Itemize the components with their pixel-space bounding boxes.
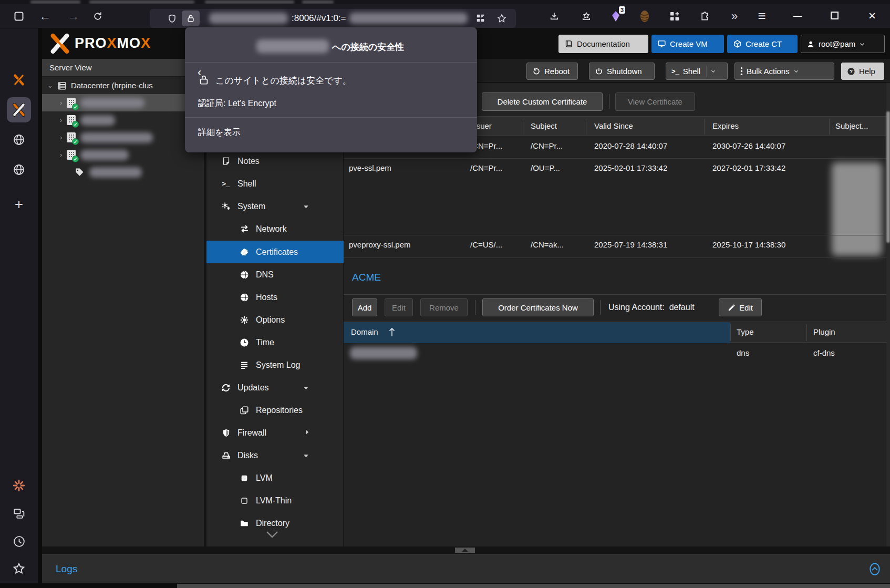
help-button[interactable]: ? Help — [841, 63, 884, 80]
new-tab-icon[interactable]: + — [12, 197, 26, 212]
column-subject[interactable]: Subject — [531, 121, 557, 130]
chevron-collapsed-icon[interactable]: › — [60, 116, 62, 124]
user-menu-button[interactable]: root@pam — [801, 35, 885, 53]
bulk-actions-button[interactable]: Bulk Actions — [734, 63, 834, 80]
column-plugin[interactable]: Plugin — [813, 327, 835, 336]
nav-item-options[interactable]: Options — [206, 308, 344, 331]
logs-splitter[interactable] — [42, 546, 890, 554]
tree-node-4[interactable]: › ✓ — [42, 146, 204, 163]
folder-icon — [240, 519, 249, 528]
chevron-collapsed-icon[interactable]: › — [60, 133, 62, 141]
overflow-chevrons-icon[interactable]: » — [727, 9, 742, 24]
tab-globe-icon[interactable] — [12, 132, 26, 147]
downloads-icon[interactable] — [547, 9, 562, 24]
column-expires[interactable]: Expires — [712, 121, 739, 130]
logs-bar[interactable]: Logs — [42, 554, 890, 583]
forward-icon[interactable]: → — [66, 9, 81, 23]
column-domain[interactable]: Domain — [344, 322, 730, 343]
chevron-collapsed-icon[interactable]: › — [60, 99, 62, 107]
extensions-puzzle-icon[interactable] — [698, 9, 712, 24]
scrollbar-thumb[interactable] — [886, 111, 890, 243]
power-icon — [595, 67, 603, 76]
collapse-arrow-icon[interactable] — [303, 385, 309, 391]
nav-item-system[interactable]: System — [206, 195, 344, 218]
chevron-expanded-icon[interactable]: ⌄ — [47, 81, 53, 89]
synced-devices-icon[interactable] — [12, 506, 26, 521]
pinecone-icon[interactable] — [639, 9, 651, 24]
url-bar[interactable]: :8006/#v1:0:= — [150, 9, 516, 28]
history-clock-icon[interactable] — [12, 534, 26, 549]
collapse-arrow-icon[interactable] — [303, 203, 309, 210]
nav-item-hosts[interactable]: Hosts — [206, 286, 344, 308]
grid-expand-icon[interactable] — [474, 12, 488, 25]
sidebar-toggle-icon[interactable] — [12, 9, 26, 23]
shell-button[interactable]: >_ Shell — [666, 63, 728, 80]
nav-item-dns[interactable]: DNS — [206, 263, 344, 286]
tab-globe-icon-2[interactable] — [12, 162, 26, 177]
column-type[interactable]: Type — [737, 327, 754, 336]
documentation-button[interactable]: Documentation — [558, 35, 648, 53]
popup-site-redacted — [256, 39, 329, 53]
sort-up-icon — [388, 327, 396, 337]
tree-node-datacenter[interactable]: ⌄ Datacenter (hrpine-clus — [42, 77, 204, 94]
create-vm-button[interactable]: Create VM — [651, 35, 724, 53]
view-certificate-button[interactable]: View Certificate — [615, 92, 695, 111]
tree-node-3[interactable]: › ✓ — [42, 129, 204, 146]
bookmarks-star-icon[interactable] — [12, 561, 26, 576]
acme-remove-button[interactable]: Remove — [420, 298, 468, 316]
acme-edit-button[interactable]: Edit — [385, 298, 413, 316]
close-icon[interactable]: × — [866, 9, 878, 23]
node-name-redacted — [80, 132, 153, 143]
delete-custom-certificate-button[interactable]: Delete Custom Certificate — [482, 92, 603, 111]
acme-account-edit-button[interactable]: Edit — [719, 298, 762, 316]
active-tab-proxmox[interactable] — [7, 97, 31, 122]
tree-node-2[interactable]: › ✓ — [42, 111, 204, 129]
reload-icon[interactable] — [90, 9, 105, 23]
column-valid-since[interactable]: Valid Since — [594, 121, 633, 130]
order-certificates-now-button[interactable]: Order Certificates Now — [482, 298, 594, 316]
menu-icon[interactable]: ≡ — [754, 8, 769, 24]
popup-details-link[interactable]: 詳細を表示 — [198, 127, 240, 138]
expand-arrow-icon[interactable] — [304, 429, 311, 436]
bookmark-star-icon[interactable] — [495, 12, 509, 25]
bookmarks-tray-icon[interactable] — [579, 9, 594, 24]
reboot-button[interactable]: Reboot — [526, 63, 578, 80]
nav-item-lvm[interactable]: LVM — [206, 467, 344, 489]
expand-logs-icon[interactable] — [868, 562, 882, 576]
back-icon[interactable]: ← — [38, 9, 53, 23]
scrollbar-track[interactable] — [886, 82, 890, 546]
nav-item-notes[interactable]: Notes — [206, 150, 344, 172]
nav-item-lvm-thin[interactable]: LVM-Thin — [206, 489, 344, 512]
column-san[interactable]: Subject... — [835, 121, 868, 130]
nav-item-system-log[interactable]: System Log — [206, 354, 344, 376]
tree-node-tag[interactable] — [42, 163, 204, 181]
collapse-arrow-icon[interactable] — [303, 452, 309, 459]
lock-button[interactable] — [182, 11, 200, 26]
nav-item-disks[interactable]: Disks — [206, 444, 344, 467]
nav-item-updates[interactable]: Updates — [206, 376, 344, 399]
nav-item-shell[interactable]: >_ Shell — [206, 172, 344, 195]
minimize-icon[interactable] — [793, 16, 802, 17]
nav-item-time[interactable]: Time — [206, 331, 344, 354]
shield-icon[interactable] — [165, 12, 178, 25]
acme-add-button[interactable]: Add — [352, 298, 377, 316]
kebab-icon — [740, 67, 743, 76]
nav-item-repositories[interactable]: Repositories — [206, 399, 344, 421]
cert-row-pveproxy-ssl[interactable]: pveproxy-ssl.pem /C=US/... /CN=ak... 202… — [344, 235, 886, 257]
tree-node-1[interactable]: › ✓ — [42, 94, 204, 111]
create-ct-button[interactable]: Create CT — [727, 35, 798, 53]
proxmox-favicon[interactable] — [12, 73, 26, 87]
acme-domain-row[interactable]: dns cf-dns — [344, 343, 886, 365]
view-selector[interactable]: Server View — [42, 59, 204, 77]
cert-row-pve-ssl[interactable]: pve-ssl.pem /CN=Pr... /OU=P... 2025-02-0… — [344, 158, 886, 235]
scroll-more-chevron-icon[interactable] — [265, 530, 279, 540]
chevron-collapsed-icon[interactable]: › — [60, 151, 62, 159]
claude-starburst-icon[interactable] — [12, 478, 26, 493]
nav-item-firewall[interactable]: Firewall — [206, 421, 344, 444]
nav-item-network[interactable]: Network — [206, 218, 344, 240]
grid-add-icon[interactable] — [667, 9, 682, 24]
splitter-handle[interactable] — [455, 548, 475, 553]
nav-item-certificates[interactable]: Certificates — [206, 241, 344, 263]
maximize-icon[interactable] — [831, 12, 839, 19]
shutdown-button[interactable]: Shutdown — [589, 63, 655, 80]
